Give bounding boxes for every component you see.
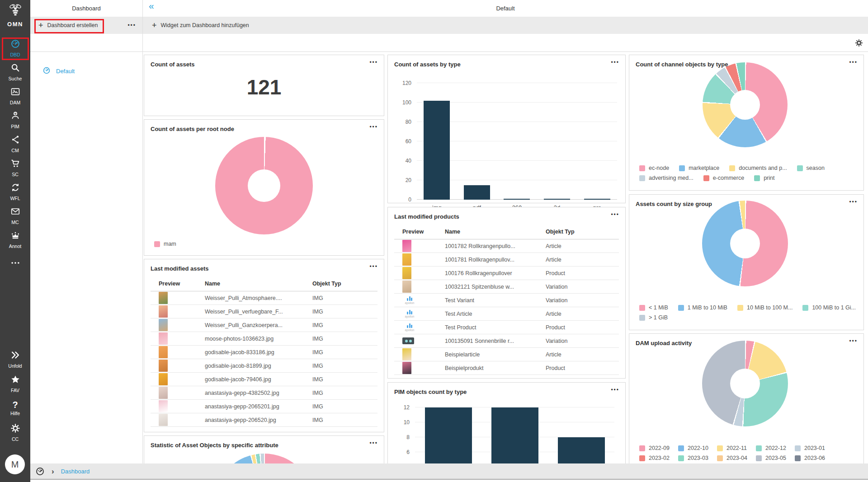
table-row[interactable]: apollonTest VariantVariation [394,294,619,307]
widget-menu-icon[interactable]: ••• [369,263,378,270]
create-dashboard-button[interactable]: + Dashboard erstellen [30,17,98,34]
legend-swatch [639,175,645,181]
legend-swatch [639,315,645,321]
table-row[interactable]: godisable-jacob-81899.jpgIMG [151,359,377,373]
legend-label: 2023-03 [688,455,708,461]
app-logo[interactable]: OMN [0,0,30,28]
sidebar-item-annot[interactable]: Annot [0,228,30,252]
legend-label: 2023-04 [726,455,747,461]
table-row[interactable]: anastasiya-gepp-206520.jpgIMG [151,413,377,427]
legend-item[interactable]: season [797,165,825,171]
sidebar-item-pim[interactable]: PPIM [0,108,30,132]
widget-menu-icon[interactable]: ••• [611,211,619,218]
table-row[interactable]: 1001782 Rollkrangenpullo...Article [394,239,619,253]
widget-menu-icon[interactable]: ••• [369,440,378,446]
legend-item[interactable]: 2022-12 [756,445,795,451]
widget-menu-icon[interactable]: ••• [369,124,378,130]
sidebar-item-wfl[interactable]: WFL [0,180,30,204]
legend-item[interactable]: print [754,175,774,181]
table-row[interactable]: moose-photos-1036623.jpgIMG [151,332,377,346]
legend-item[interactable]: marketplace [679,165,719,171]
sidebar-item-more[interactable] [0,252,30,276]
double-chevron-right-icon [10,350,20,362]
table-row[interactable]: 10032121 Spitzenbluse w...Variation [394,280,619,294]
legend-swatch [756,445,762,451]
widget-menu-icon[interactable]: ••• [611,59,619,66]
legend-item[interactable]: 1 MiB to 10 MiB [678,304,727,311]
legend-item[interactable]: ec-node [639,165,669,171]
sidebar-item-cm[interactable]: CM [0,132,30,156]
chart-legend: 2022-092022-102022-112022-122023-012023-… [639,445,834,461]
bar [504,199,530,200]
table-row[interactable]: godisable-jacob-833186.jpgIMG [151,346,377,359]
table-row[interactable]: 1001781 Rollkragenpullov...Article [394,253,619,267]
table-row[interactable]: Weisser_Pulli_Ganzkoerpera...IMG [151,318,377,332]
sidebar-item-fav[interactable]: FAV [0,371,30,396]
name-cell: Weisser_Pulli_verfuegbare_F... [205,305,312,318]
legend-swatch [795,455,801,461]
table-row[interactable]: 100176 RollkragenpulloverProduct [394,267,619,280]
table-row[interactable]: 100135091 Sonnenbrille r...Variation [394,334,619,348]
table-row[interactable]: BeispielproduktProduct [394,361,619,375]
sidebar-item-unfold[interactable]: Unfold [0,347,30,371]
sidebar-item-cc[interactable]: CC [0,420,30,445]
table-row[interactable]: anastasiya-gepp-4382502.jpgIMG [151,386,377,400]
legend-item[interactable]: e-commerce [703,175,744,181]
dashboard-list-item-default[interactable]: Default [30,63,142,79]
preview-cell [151,359,205,373]
legend-item[interactable]: documents and p... [729,165,787,171]
object-type-cell: Variation [546,280,619,294]
table-row[interactable]: Weisser_Pulli_verfuegbare_F...IMG [151,305,377,318]
legend-item[interactable]: 2023-01 [795,445,834,451]
widget-menu-icon[interactable]: ••• [849,59,858,66]
breadcrumb-dashboard-link[interactable]: Dashboard [61,468,90,475]
preview-cell [394,334,445,348]
thumbnail-image [159,414,168,426]
column-header: Objekt Typ [312,278,377,291]
legend-item[interactable]: 10 MiB to 100 M... [737,304,793,311]
widget-menu-icon[interactable]: ••• [849,338,858,344]
add-widget-button[interactable]: + Widget zum Dashboard hinzufügen [143,17,249,34]
sidebar-item-label: WFL [10,196,20,201]
sidebar-item-mc[interactable]: MC [0,204,30,228]
legend-item[interactable]: advertising med... [639,175,693,181]
legend-item[interactable]: 2023-02 [639,455,678,461]
table-row[interactable]: anastasiya-gepp-2065201.jpgIMG [151,400,377,413]
apollon-logo: apollon [402,321,417,333]
table-row[interactable]: Weisser_Pulli_Atmosphaere....IMG [151,291,377,305]
gauge-icon[interactable] [30,467,45,476]
legend-item[interactable]: 100 MiB to 1 Gi... [802,304,856,311]
panel-more-menu-icon[interactable]: ••• [127,22,136,28]
sidebar-item-dam[interactable]: DAM [0,84,30,108]
legend-item[interactable]: mam [154,241,176,247]
sidebar-item-suche[interactable]: Suche [0,60,30,84]
widget-menu-icon[interactable]: ••• [849,199,858,205]
avatar[interactable]: M [5,454,25,474]
donut-hole [730,229,760,258]
widget-menu-icon[interactable]: ••• [611,387,619,393]
table-row[interactable]: apollonTest ArticleArticle [394,307,619,321]
widget-menu-icon[interactable]: ••• [369,59,378,66]
legend-item[interactable]: < 1 MiB [639,304,668,311]
table-row[interactable]: apollonTest ProductProduct [394,321,619,334]
question-icon: ? [12,400,18,409]
legend-item[interactable]: > 1 GiB [639,314,668,321]
table-row[interactable]: godisable-jacob-79406.jpgIMG [151,373,377,386]
widget-title: Count of assets per root node [144,120,384,132]
collapse-panel-icon[interactable]: « [149,0,154,11]
preview-cell [151,413,205,427]
legend-item[interactable]: 2022-10 [678,445,717,451]
sidebar-item-dbd[interactable]: DBD [0,36,30,60]
legend-item[interactable]: 2022-09 [639,445,678,451]
legend-item[interactable]: 2023-04 [717,455,756,461]
legend-item[interactable]: 2023-05 [756,455,795,461]
legend-item[interactable]: 2022-11 [717,445,756,451]
column-header: Name [205,278,312,291]
object-type-cell: IMG [312,373,377,386]
table-row[interactable]: BeispielarticleArticle [394,348,619,361]
legend-item[interactable]: 2023-03 [678,455,717,461]
sidebar-item-hilfe[interactable]: ?Hilfe [0,396,30,420]
sidebar-item-sc[interactable]: SC [0,156,30,180]
plus-icon: + [38,21,43,29]
legend-item[interactable]: 2023-06 [795,455,834,461]
